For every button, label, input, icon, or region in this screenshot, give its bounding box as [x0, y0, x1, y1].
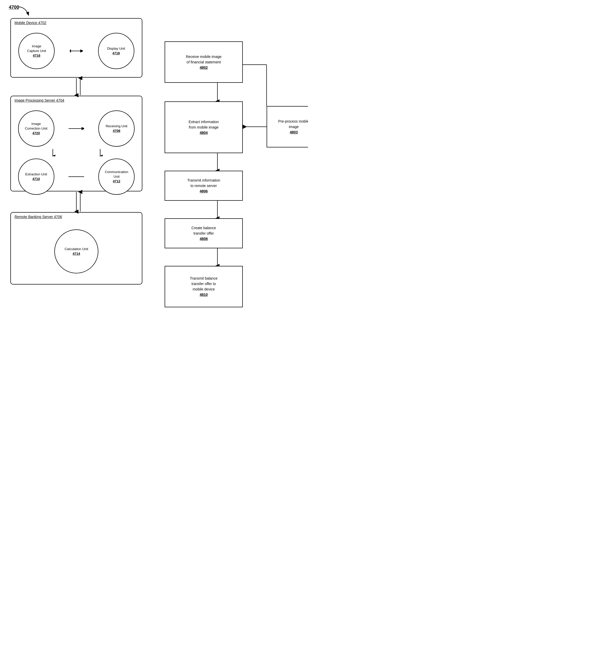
receiving-unit-circle: Receiving Unit 4708 — [98, 110, 135, 147]
image-processing-server-box: Image Processing Server 4704 ImageCorrec… — [10, 96, 142, 191]
display-unit-label: Display Unit — [107, 46, 125, 51]
receiving-unit-num: 4708 — [113, 129, 120, 133]
flow-text-4802: Receive mobile imageof financial stateme… — [186, 54, 221, 65]
remote-banking-server-box: Remote Banking Server 4706 Calculation U… — [10, 212, 142, 285]
flow-box-4808: Create balancetransfer offer 4808 — [165, 218, 243, 248]
flow-box-4802: Receive mobile imageof financial stateme… — [165, 41, 243, 83]
image-correction-num: 4720 — [32, 131, 40, 136]
left-vert-arrow — [49, 149, 57, 156]
communication-unit-num: 4712 — [113, 179, 120, 184]
mobile-device-label: Mobile Device 4702 — [14, 21, 46, 25]
image-capture-unit-num: 4716 — [33, 53, 40, 58]
flow-num-4802: 4802 — [199, 65, 207, 70]
calculation-unit-label: Calculation Unit — [64, 247, 88, 251]
flow-num-4804: 4804 — [199, 130, 207, 136]
extraction-unit-label: Extraction Unit — [25, 172, 47, 177]
display-unit-num: 4718 — [112, 51, 120, 56]
diagram-container: 4700 Mobile Device 4702 ImageCapture Uni… — [0, 0, 308, 336]
flow-text-4810: Transmit balancetransfer offer tomobile … — [190, 276, 218, 292]
flow-num-4808: 4808 — [199, 236, 207, 242]
flow-num-4810: 4810 — [199, 292, 207, 297]
display-unit-circle: Display Unit 4718 — [98, 33, 134, 69]
image-correction-unit-circle: ImageCorrection Unit 4720 — [18, 110, 54, 147]
mobile-device-box: Mobile Device 4702 ImageCapture Unit 471… — [10, 18, 142, 78]
flow-text-4806: Transmit informationto remote server — [187, 178, 220, 189]
diagram-arrow — [13, 5, 34, 20]
image-processing-label: Image Processing Server 4704 — [14, 98, 64, 102]
communication-unit-label: CommunicationUnit — [105, 170, 128, 179]
flow-text-4803: Pre-process mobileimage — [278, 119, 308, 130]
image-correction-label: ImageCorrection Unit — [25, 122, 47, 131]
flow-num-4806: 4806 — [199, 189, 207, 194]
flow-box-4804: Extract informationfrom mobile image 480… — [165, 101, 243, 153]
flow-text-4808: Create balancetransfer offer — [191, 225, 216, 236]
extraction-unit-num: 4710 — [32, 177, 40, 181]
mobile-circles-arrow — [70, 47, 83, 55]
flow-text-4804: Extract informationfrom mobile image — [189, 119, 219, 130]
image-capture-unit-circle: ImageCapture Unit 4716 — [18, 33, 55, 69]
communication-unit-circle: CommunicationUnit 4712 — [98, 159, 135, 195]
calculation-unit-circle: Calculation Unit 4714 — [54, 229, 98, 273]
image-capture-unit-label: ImageCapture Unit — [27, 44, 46, 53]
flow-num-4803: 4803 — [289, 130, 297, 135]
flow-box-4810: Transmit balancetransfer offer tomobile … — [165, 266, 243, 307]
extraction-unit-circle: Extraction Unit 4710 — [18, 159, 54, 195]
right-vert-arrow — [96, 149, 104, 156]
top-circles-arrow — [69, 125, 84, 132]
remote-banking-label: Remote Banking Server 4706 — [14, 215, 62, 219]
flow-box-4803: Pre-process mobileimage 4803 — [266, 106, 308, 147]
calculation-unit-num: 4714 — [73, 251, 80, 256]
bottom-circles-arrow — [69, 173, 84, 181]
flow-box-4806: Transmit informationto remote server 480… — [165, 171, 243, 201]
receiving-unit-label: Receiving Unit — [106, 124, 127, 129]
